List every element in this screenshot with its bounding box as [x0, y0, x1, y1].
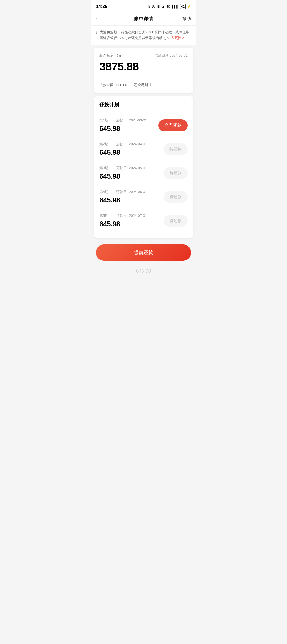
page-title: 账单详情: [134, 15, 153, 22]
plan-left-4: 第4期 ｜ 还款日 2024-06-01 645.98: [99, 189, 147, 204]
plan-item: 第1期 ｜ 还款日 2024-03-01 645.98 立即还款: [99, 114, 188, 137]
loan-date: 借款日期 2024-02-01: [155, 53, 188, 58]
card-header: 剩余应还（元） 借款日期 2024-02-01: [99, 53, 188, 58]
plan-due-date-1: 2024-03-01: [129, 118, 147, 122]
plan-item: 第5期 ｜ 还款日 2024-07-01 645.98 待还款: [99, 209, 188, 233]
help-button[interactable]: 帮助: [180, 16, 191, 22]
change-bank-link[interactable]: 去更换 >: [171, 36, 184, 40]
battery-level: 41: [180, 4, 186, 9]
bottom-bar: 提前还款: [91, 241, 196, 266]
repay-rule-icon[interactable]: ℹ: [150, 83, 151, 87]
plan-due-date-3: 2024-05-01: [129, 166, 147, 170]
repay-rule-item[interactable]: 还款规则 ℹ: [134, 83, 151, 88]
loan-amount-label: 借款金额: [99, 83, 113, 87]
plan-meta-2: 第2期 ｜ 还款日 2024-04-01: [99, 142, 147, 147]
loan-amount-value: 3500.00: [115, 83, 127, 87]
card-footer: 借款金额 3500.00 还款规则 ℹ: [99, 79, 188, 88]
plan-meta-4: 第4期 ｜ 还款日 2024-06-01: [99, 189, 147, 194]
nav-bar: ‹ 账单详情 帮助: [91, 12, 196, 26]
plan-due-date-5: 2024-07-01: [129, 214, 147, 218]
remaining-amount: 3875.88: [99, 60, 188, 73]
plan-due-label-1: 还款日: [116, 118, 127, 123]
plan-amount-5: 645.98: [99, 220, 147, 228]
plan-right-5: 待还款: [164, 215, 188, 227]
loan-amount-item: 借款金额 3500.00: [99, 83, 127, 88]
plan-period-3: 第3期: [99, 166, 108, 170]
plan-divider-2: ｜: [110, 142, 114, 147]
plan-amount-3: 645.98: [99, 172, 147, 181]
repay-rule-label: 还款规则: [134, 83, 148, 87]
plan-item: 第3期 ｜ 还款日 2024-05-01 645.98 待还款: [99, 161, 188, 185]
bluetooth-icon: ⁂: [152, 5, 155, 9]
plan-period-4: 第4期: [99, 189, 108, 194]
plan-due-label-3: 还款日: [116, 166, 127, 170]
plan-item: 第2期 ｜ 还款日 2024-04-01 645.98 待还款: [99, 137, 188, 161]
plan-button-3: 待还款: [164, 167, 188, 179]
signal-5g: 5G: [166, 5, 170, 8]
plan-divider-3: ｜: [110, 166, 114, 170]
loan-date-value: 2024-02-01: [170, 53, 188, 57]
plan-button-4: 待还款: [164, 191, 188, 203]
plan-button-5: 待还款: [164, 215, 188, 227]
plan-right-2: 待还款: [164, 143, 188, 155]
vibrate-icon: 📳: [156, 5, 161, 8]
plan-period-5: 第5期: [99, 213, 108, 218]
plan-divider-5: ｜: [110, 213, 114, 218]
plan-due-label-5: 还款日: [116, 213, 127, 218]
nfc-icon: ⊕: [147, 5, 150, 9]
plan-right-4: 待还款: [164, 191, 188, 203]
charge-icon: ⚡: [187, 5, 191, 8]
plan-divider-4: ｜: [110, 189, 114, 194]
warning-banner: ℹ 为避免逾期，请在还款日当天23:00前操作还款，或保证中国建设银行(2302…: [91, 26, 196, 45]
plan-left-1: 第1期 ｜ 还款日 2024-03-01 645.98: [99, 118, 147, 133]
plan-items-container: 第1期 ｜ 还款日 2024-03-01 645.98 立即还款 第2期 ｜ 还…: [99, 114, 188, 233]
plan-amount-4: 645.98: [99, 196, 147, 204]
plan-period-1: 第1期: [99, 118, 108, 123]
ghost-text: 645.98: [91, 266, 196, 276]
plan-meta-1: 第1期 ｜ 还款日 2024-03-01: [99, 118, 147, 123]
plan-left-3: 第3期 ｜ 还款日 2024-05-01 645.98: [99, 166, 147, 181]
plan-amount-2: 645.98: [99, 148, 147, 157]
plan-amount-1: 645.98: [99, 124, 147, 133]
plan-due-date-2: 2024-04-01: [129, 142, 147, 146]
status-time: 14:26: [96, 4, 107, 9]
plan-divider-1: ｜: [110, 118, 114, 123]
plan-left-2: 第2期 ｜ 还款日 2024-04-01 645.98: [99, 142, 147, 157]
plan-due-label-4: 还款日: [116, 189, 127, 194]
plan-button-2: 待还款: [164, 143, 188, 155]
plan-period-2: 第2期: [99, 142, 108, 147]
plan-meta-3: 第3期 ｜ 还款日 2024-05-01: [99, 166, 147, 170]
warning-content: 为避免逾期，请在还款日当天23:00前操作还款，或保证中国建设银行(2302)余…: [100, 30, 191, 41]
wifi-icon: ▲: [162, 5, 165, 8]
plan-meta-5: 第5期 ｜ 还款日 2024-07-01: [99, 213, 147, 218]
plan-right-1: 立即还款: [158, 119, 188, 131]
plan-item: 第4期 ｜ 还款日 2024-06-01 645.98 待还款: [99, 185, 188, 209]
summary-card: 剩余应还（元） 借款日期 2024-02-01 3875.88 借款金额 350…: [94, 48, 193, 93]
status-bar: 14:26 ⊕ ⁂ 📳 ▲ 5G ▌▌▌ 41 ⚡: [91, 0, 196, 12]
plan-section: 还款计划 第1期 ｜ 还款日 2024-03-01 645.98 立即还款 第2…: [94, 96, 193, 238]
status-icons: ⊕ ⁂ 📳 ▲ 5G ▌▌▌ 41 ⚡: [147, 4, 191, 9]
warning-icon: ℹ: [96, 30, 97, 34]
plan-due-date-4: 2024-06-01: [129, 190, 147, 194]
plan-button-1[interactable]: 立即还款: [158, 119, 188, 131]
remaining-label: 剩余应还（元）: [99, 53, 126, 58]
plan-right-3: 待还款: [164, 167, 188, 179]
loan-date-label: 借款日期: [155, 53, 169, 57]
section-title: 还款计划: [99, 102, 188, 108]
signal-bars: ▌▌▌: [172, 5, 179, 8]
plan-due-label-2: 还款日: [116, 142, 127, 147]
plan-left-5: 第5期 ｜ 还款日 2024-07-01 645.98: [99, 213, 147, 228]
early-repay-button[interactable]: 提前还款: [96, 244, 191, 261]
back-button[interactable]: ‹: [96, 15, 107, 22]
